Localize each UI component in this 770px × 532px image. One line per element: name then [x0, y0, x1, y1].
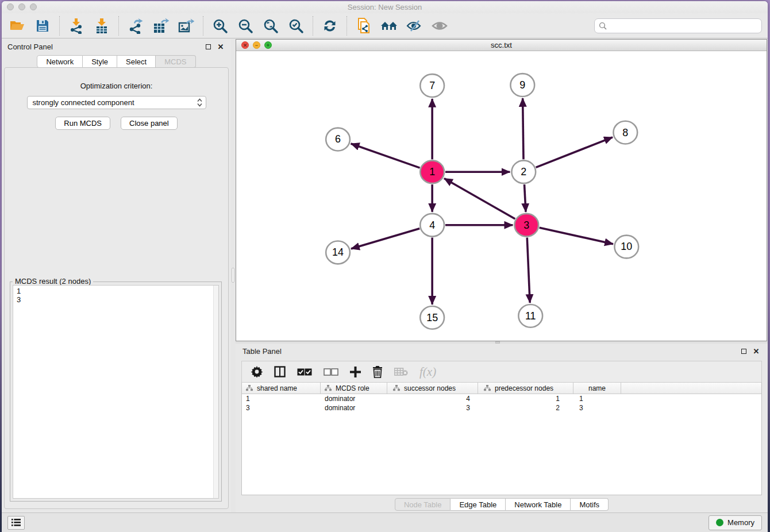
save-session-icon[interactable] — [33, 16, 52, 36]
edge-3-to-11[interactable] — [527, 238, 530, 303]
zoom-window-button[interactable] — [30, 3, 37, 10]
table-cell[interactable]: dominator — [321, 404, 387, 412]
duplicate-network-icon[interactable] — [354, 16, 374, 36]
graph-node-6[interactable]: 6 — [326, 128, 350, 151]
show-column-panel-icon[interactable] — [274, 366, 286, 377]
import-network-icon[interactable] — [67, 16, 86, 36]
import-table-icon[interactable] — [92, 16, 111, 36]
task-history-button[interactable] — [7, 516, 25, 530]
add-column-icon[interactable] — [350, 367, 361, 377]
close-panel-icon[interactable]: ✕ — [216, 42, 225, 51]
select-all-checkboxes-icon[interactable] — [297, 368, 312, 376]
open-session-icon[interactable] — [7, 16, 27, 36]
hide-selected-icon[interactable] — [405, 16, 424, 36]
search-field[interactable] — [594, 18, 762, 33]
hierarchy-icon — [246, 385, 253, 391]
edge-4-to-14[interactable] — [351, 229, 419, 249]
horizontal-splitter[interactable] — [236, 341, 768, 344]
mcds-result-text[interactable]: 1 3 — [13, 285, 219, 499]
edge-3-to-1[interactable] — [444, 178, 515, 219]
table-cell[interactable]: 1 — [478, 395, 573, 403]
memory-button[interactable]: Memory — [709, 515, 762, 530]
vertical-splitter[interactable] — [231, 39, 236, 512]
node-table: shared nameMCDS rolesuccessor nodesprede… — [241, 383, 762, 495]
zoom-selected-icon[interactable] — [286, 16, 306, 36]
column-header-successor-nodes[interactable]: successor nodes — [387, 383, 478, 394]
zoom-out-icon[interactable] — [236, 16, 255, 36]
export-table-icon[interactable] — [151, 16, 171, 36]
delete-column-icon[interactable] — [372, 366, 383, 378]
network-view[interactable]: 7968124314101511 — [236, 51, 767, 341]
tab-network-table[interactable]: Network Table — [506, 498, 571, 511]
search-area — [594, 18, 762, 33]
graph-node-1[interactable]: 1 — [420, 160, 444, 183]
minimize-window-button[interactable] — [18, 3, 25, 10]
edge-3-to-10[interactable] — [540, 228, 613, 244]
close-table-panel-icon[interactable]: ✕ — [752, 346, 761, 356]
zoom-in-icon[interactable] — [210, 16, 230, 36]
hierarchy-icon — [393, 385, 400, 391]
node-label: 8 — [622, 127, 628, 138]
node-label: 4 — [429, 219, 435, 231]
tab-style[interactable]: Style — [83, 55, 117, 68]
table-row[interactable]: 3dominator323 — [242, 403, 761, 413]
fit-content-icon[interactable] — [261, 16, 280, 36]
close-panel-button[interactable]: Close panel — [121, 117, 178, 130]
network-close-button[interactable]: ✕ — [241, 41, 249, 49]
function-builder-icon[interactable]: f(x) — [419, 365, 436, 379]
titlebar: Session: New Session — [2, 1, 768, 13]
tab-network[interactable]: Network — [37, 55, 83, 68]
graph-node-8[interactable]: 8 — [613, 121, 637, 144]
graph-node-4[interactable]: 4 — [420, 214, 444, 237]
delete-table-icon[interactable] — [394, 367, 408, 376]
node-label: 10 — [621, 241, 632, 252]
edge-1-to-6[interactable] — [351, 144, 420, 168]
tab-motifs[interactable]: Motifs — [571, 498, 609, 511]
column-header-predecessor-nodes[interactable]: predecessor nodes — [478, 383, 573, 394]
edge-2-to-9[interactable] — [523, 98, 523, 159]
export-network-icon[interactable] — [126, 16, 145, 36]
table-cell[interactable]: dominator — [321, 395, 387, 403]
graph-node-15[interactable]: 15 — [420, 306, 444, 329]
search-input[interactable] — [610, 21, 757, 30]
column-header-name[interactable]: name — [573, 383, 621, 394]
run-mcds-button[interactable]: Run MCDS — [55, 117, 110, 130]
edge-2-to-8[interactable] — [536, 137, 613, 167]
graph-node-7[interactable]: 7 — [420, 74, 444, 97]
show-hidden-icon[interactable] — [430, 16, 449, 36]
deselect-all-checkboxes-icon[interactable] — [324, 368, 338, 376]
edge-2-to-3[interactable] — [525, 184, 526, 212]
column-header-MCDS-role[interactable]: MCDS role — [321, 383, 387, 394]
table-cell[interactable]: 1 — [242, 395, 321, 403]
graph-node-10[interactable]: 10 — [614, 236, 638, 259]
refresh-icon[interactable] — [320, 16, 340, 36]
network-zoom-button[interactable]: + — [264, 41, 272, 49]
show-all-networks-icon[interactable] — [379, 16, 399, 36]
graph-node-14[interactable]: 14 — [326, 241, 350, 264]
float-panel-icon[interactable] — [203, 42, 213, 51]
tab-node-table[interactable]: Node Table — [395, 498, 451, 511]
graph-node-9[interactable]: 9 — [510, 74, 534, 97]
graph-node-11[interactable]: 11 — [518, 304, 542, 327]
tab-mcds[interactable]: MCDS — [156, 55, 195, 68]
graph-node-2[interactable]: 2 — [511, 160, 536, 183]
table-cell[interactable]: 3 — [573, 404, 621, 412]
result-scrollbar[interactable] — [213, 286, 218, 498]
table-cell[interactable]: 3 — [387, 404, 478, 412]
tab-select[interactable]: Select — [117, 55, 156, 68]
table-cell[interactable]: 3 — [242, 404, 321, 412]
float-table-panel-icon[interactable] — [739, 346, 748, 356]
settings-gear-icon[interactable] — [251, 366, 263, 377]
criterion-dropdown[interactable]: strongly connected component — [27, 96, 206, 109]
network-minimize-button[interactable]: − — [253, 41, 260, 49]
control-panel: Control Panel ✕ NetworkStyleSelectMCDS O… — [2, 39, 231, 512]
export-image-icon[interactable] — [176, 16, 196, 36]
table-cell[interactable]: 4 — [387, 395, 478, 403]
close-window-button[interactable] — [7, 3, 14, 10]
graph-node-3[interactable]: 3 — [514, 214, 538, 237]
tab-edge-table[interactable]: Edge Table — [451, 498, 506, 511]
column-header-shared-name[interactable]: shared name — [242, 383, 321, 394]
table-cell[interactable]: 1 — [573, 395, 621, 403]
table-cell[interactable]: 2 — [478, 404, 573, 412]
table-row[interactable]: 1dominator411 — [242, 394, 761, 403]
